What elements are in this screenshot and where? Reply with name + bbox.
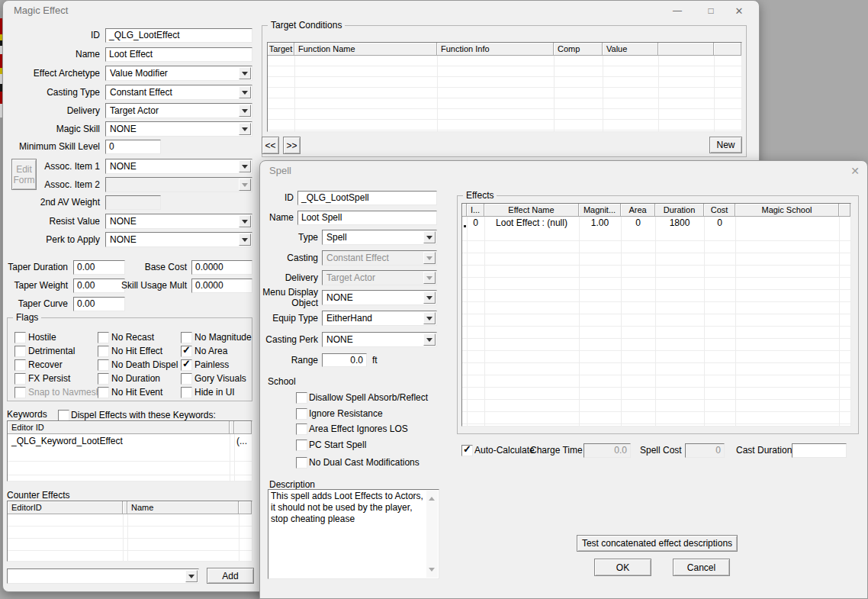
flag-painless-checkbox[interactable] (181, 359, 192, 371)
skill-usage-mult-field[interactable]: 0.0000 (191, 279, 252, 293)
flag-no-magnitude-checkbox[interactable] (181, 332, 192, 343)
name-label: Name (7, 47, 100, 62)
flag-no-recast-checkbox[interactable] (98, 332, 109, 343)
value-column-header[interactable]: Value (603, 43, 658, 56)
range-field[interactable]: 0.0 (322, 353, 367, 367)
flag-detrimental-checkbox[interactable] (14, 346, 26, 357)
new-condition-button[interactable]: New (709, 137, 742, 153)
flag-fx-persist-checkbox[interactable] (14, 373, 26, 385)
keywords-column-header[interactable]: Editor ID (8, 421, 230, 434)
description-scrollbar[interactable] (426, 491, 438, 578)
spell-titlebar[interactable]: Spell ✕ (260, 161, 867, 181)
maximize-button[interactable]: □ (695, 1, 727, 21)
effects-magnitude-header[interactable]: Magnit... (579, 204, 621, 217)
keyword-row-editor-id[interactable]: _QLG_Keyword_LootEffect (8, 434, 230, 448)
close-button[interactable]: ✕ (723, 1, 755, 21)
function-name-column-header[interactable]: Function Name (294, 43, 437, 56)
resist-value-dropdown[interactable]: NONE (105, 214, 252, 229)
id-field[interactable]: _QLG_LootEffect (105, 28, 252, 43)
no-dual-cast-modifications-checkbox[interactable] (296, 457, 307, 469)
magic-skill-dropdown[interactable]: NONE (105, 121, 252, 137)
menu-display-object-dropdown[interactable]: NONE (322, 290, 437, 305)
flag-snap-to-navmesh-checkbox[interactable] (14, 387, 26, 398)
maximize-icon: □ (708, 5, 713, 16)
area-effect-ignores-los-checkbox[interactable] (296, 423, 307, 435)
effect-row-name[interactable]: Loot Effect : (null) (484, 217, 579, 229)
target-column-header[interactable]: Target (268, 43, 294, 56)
comp-column-header[interactable]: Comp (554, 43, 603, 56)
range-unit-label: ft (372, 353, 378, 368)
flag-no-duration-checkbox[interactable] (98, 373, 109, 385)
scroll-down-icon[interactable] (429, 568, 435, 575)
counter-effects-editorid-header[interactable]: EditorID (8, 501, 123, 514)
cast-duration-field[interactable] (792, 443, 847, 458)
effect-row-magnitude[interactable]: 1.00 (579, 217, 621, 229)
perk-to-apply-dropdown[interactable]: NONE (105, 232, 252, 247)
dispel-effects-checkbox[interactable] (58, 410, 69, 421)
spell-cost-field[interactable]: 0 (685, 443, 725, 458)
effect-row-cost[interactable]: 0 (704, 217, 735, 229)
auto-calculate-checkbox[interactable] (461, 445, 473, 456)
assoc-item-1-dropdown[interactable]: NONE (105, 159, 252, 174)
base-cost-field[interactable]: 0.0000 (191, 260, 252, 275)
spell-type-dropdown[interactable]: Spell (322, 230, 437, 245)
cancel-button[interactable]: Cancel (673, 559, 730, 576)
target-conditions-table[interactable]: Target Function Name Function Info Comp … (267, 42, 742, 132)
condition-prev-button[interactable]: << (262, 137, 279, 154)
delivery-dropdown[interactable]: Target Actor (105, 103, 252, 118)
flag-no-hit-event-checkbox[interactable] (98, 387, 109, 398)
minimum-skill-level-field[interactable]: 0 (105, 140, 161, 154)
description-textarea[interactable]: This spell adds Loot Effects to Actors, … (268, 489, 439, 579)
flag-no-area-checkbox[interactable] (181, 346, 192, 357)
counter-effects-table[interactable]: EditorID Name (7, 501, 252, 562)
equip-type-dropdown[interactable]: EitherHand (322, 311, 437, 326)
spell-casting-dropdown[interactable]: Constant Effect (322, 250, 437, 266)
flag-no-death-dispel-checkbox[interactable] (98, 359, 109, 371)
effects-area-header[interactable]: Area (621, 204, 655, 217)
counter-effects-name-header[interactable]: Name (127, 501, 239, 514)
assoc-item-2-dropdown[interactable] (105, 177, 252, 192)
flag-no-hit-effect-checkbox[interactable] (98, 346, 109, 357)
effect-row-area[interactable]: 0 (621, 217, 655, 229)
disallow-spell-absorb-checkbox[interactable] (296, 392, 307, 404)
flag-gory-visuals-checkbox[interactable] (181, 373, 192, 385)
spell-id-field[interactable]: _QLG_LootSpell (297, 191, 437, 205)
flag-recover-checkbox[interactable] (14, 359, 26, 371)
flag-hide-in-ui-checkbox[interactable] (181, 387, 192, 398)
flag-hostile-checkbox[interactable] (14, 332, 26, 343)
pc-start-spell-checkbox[interactable] (296, 440, 307, 451)
effects-index-header[interactable]: I... (467, 204, 484, 217)
keyword-row-detail[interactable]: (... (234, 434, 252, 448)
flag-no-duration-label: No Duration (111, 372, 160, 386)
effect-archetype-dropdown[interactable]: Value Modifier (105, 66, 252, 81)
effects-name-header[interactable]: Effect Name (484, 204, 579, 217)
ignore-resistance-checkbox[interactable] (296, 408, 307, 420)
test-descriptions-button[interactable]: Test concatenated effect descriptions (577, 535, 738, 552)
function-info-column-header[interactable]: Function Info (437, 43, 554, 56)
magic-effect-titlebar[interactable]: Magic Effect — □ ✕ (3, 1, 759, 21)
casting-type-dropdown[interactable]: Constant Effect (105, 85, 252, 100)
name-field[interactable]: Loot Effect (105, 47, 252, 62)
effect-row-index[interactable]: 0 (467, 217, 484, 229)
effects-duration-header[interactable]: Duration (655, 204, 704, 217)
condition-next-button[interactable]: >> (283, 137, 301, 154)
counter-effect-combo[interactable] (7, 568, 199, 584)
add-counter-effect-button[interactable]: Add (207, 568, 254, 584)
taper-curve-field[interactable]: 0.00 (73, 297, 125, 311)
effects-table[interactable]: I... Effect Name Magnit... Area Duration… (461, 203, 851, 427)
ok-button[interactable]: OK (594, 559, 651, 576)
area-effect-ignores-los-label: Area Effect Ignores LOS (309, 422, 408, 436)
charge-time-field[interactable]: 0.0 (583, 443, 631, 458)
casting-perk-dropdown[interactable]: NONE (322, 332, 437, 347)
effect-row-duration[interactable]: 1800 (655, 217, 704, 229)
scroll-up-icon[interactable] (429, 494, 435, 501)
second-av-weight-field[interactable] (105, 195, 161, 210)
spell-name-field[interactable]: Loot Spell (297, 211, 437, 225)
effects-magic-school-header[interactable]: Magic School (735, 204, 839, 217)
effects-cost-header[interactable]: Cost (704, 204, 735, 217)
effect-row-magic-school[interactable] (735, 217, 839, 229)
close-button[interactable]: ✕ (844, 161, 866, 181)
spell-delivery-dropdown[interactable]: Target Actor (322, 270, 437, 285)
minimize-button[interactable]: — (661, 1, 693, 21)
keywords-table[interactable]: Editor ID _QLG_Keyword_LootEffect (... (7, 420, 252, 481)
